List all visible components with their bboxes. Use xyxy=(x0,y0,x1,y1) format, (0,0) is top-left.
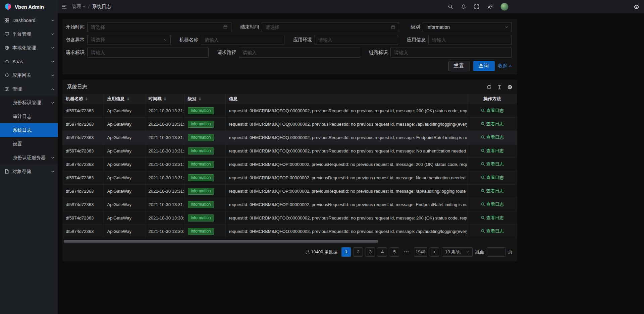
page-button-1[interactable]: 1 xyxy=(341,247,351,257)
collapse-link[interactable]: 收起 xyxy=(498,63,512,69)
view-log-link[interactable]: 查看日志 xyxy=(481,121,504,127)
sidebar: Vben Admin Dashboard 平台管理 本地化管理 Saas xyxy=(0,0,58,314)
reset-button[interactable]: 重置 xyxy=(448,61,470,71)
field-label: 请求路径 xyxy=(214,50,236,56)
sidebar-item-saas[interactable]: Saas xyxy=(0,55,58,68)
level-tag: Information xyxy=(188,174,214,181)
level-select[interactable]: Information xyxy=(423,22,512,32)
chevron-down-icon xyxy=(51,170,54,173)
trace-id-input[interactable] xyxy=(394,50,508,55)
app-info-box[interactable] xyxy=(428,35,512,45)
column-settings-icon[interactable] xyxy=(507,84,513,90)
cell-machine: df5974d72363 xyxy=(62,104,104,117)
cell-machine: df5974d72363 xyxy=(62,144,104,158)
machine-name-input[interactable] xyxy=(205,37,281,43)
column-header-timestamp[interactable]: 时间戳 xyxy=(145,94,184,104)
cell-app: ApiGateWay xyxy=(104,225,145,238)
app-env-box[interactable] xyxy=(315,35,398,45)
sidebar-item-audit-logs[interactable]: 审计日志 xyxy=(0,110,58,123)
field-label: 包含异常 xyxy=(62,37,85,43)
has-exception-select[interactable]: 请选择 xyxy=(87,35,171,45)
pagination-ellipsis[interactable]: ••• xyxy=(402,247,411,257)
search-button[interactable]: 查询 xyxy=(473,61,495,71)
bell-icon[interactable] xyxy=(461,4,466,9)
end-time-picker[interactable] xyxy=(262,22,399,32)
topbar: 管理 / 系统日志 xyxy=(58,0,644,13)
page-button-2[interactable]: 2 xyxy=(354,247,363,257)
log-message: requestId: 0HMCRBM8JQFOP:00000002, previ… xyxy=(229,189,467,194)
sidebar-item-dashboard[interactable]: Dashboard xyxy=(0,13,58,27)
page-button-last[interactable]: 1940 xyxy=(414,247,427,257)
column-header-level[interactable]: 级别 xyxy=(184,94,225,104)
log-table-panel: 系统日志 机器名称 应用信息 xyxy=(62,80,517,261)
column-height-icon[interactable] xyxy=(497,84,502,90)
field-label: 应用环境 xyxy=(290,37,312,43)
request-id-input[interactable] xyxy=(91,50,205,55)
cell-timestamp: 2021-10-30 13:31:38 xyxy=(145,117,184,131)
page-button-4[interactable]: 4 xyxy=(378,247,387,257)
settings-gear-icon[interactable] xyxy=(634,4,639,10)
page-size-select[interactable]: 10 条/页 xyxy=(442,247,473,257)
app-logo[interactable]: Vben Admin xyxy=(0,0,58,13)
calendar-icon xyxy=(223,25,228,29)
view-log-link[interactable]: 查看日志 xyxy=(481,134,504,140)
sidebar-item-platform[interactable]: 平台管理 xyxy=(0,27,58,41)
page-button-5[interactable]: 5 xyxy=(390,247,399,257)
chevron-down-icon xyxy=(51,156,54,160)
view-log-link[interactable]: 查看日志 xyxy=(481,188,504,194)
log-message: requestId: 0HMCRBM8JQFOQ:00000002, previ… xyxy=(229,135,467,140)
fullscreen-icon[interactable] xyxy=(474,4,479,9)
log-message: requestId: 0HMCRBM8JQFOQ:00000002, previ… xyxy=(229,122,467,127)
next-page-button[interactable] xyxy=(430,247,439,257)
jump-page-input[interactable] xyxy=(487,247,505,257)
view-log-link[interactable]: 查看日志 xyxy=(481,108,504,114)
view-log-link[interactable]: 查看日志 xyxy=(481,175,504,181)
view-log-link[interactable]: 查看日志 xyxy=(481,228,504,234)
view-log-link[interactable]: 查看日志 xyxy=(481,148,504,154)
sidebar-item-settings[interactable]: 设置 xyxy=(0,137,58,151)
level-tag: Information xyxy=(188,134,214,141)
sort-icons[interactable] xyxy=(164,97,166,101)
trace-id-box[interactable] xyxy=(390,48,512,58)
view-log-link[interactable]: 查看日志 xyxy=(481,215,504,221)
scrollbar-thumb[interactable] xyxy=(64,240,378,243)
sort-icons[interactable] xyxy=(199,97,201,101)
sidebar-item-identity-management[interactable]: 身份标识管理 xyxy=(0,96,58,110)
column-header-app[interactable]: 应用信息 xyxy=(104,94,145,104)
machine-name-box[interactable] xyxy=(201,35,284,45)
filter-field-request-id: 请求标识 xyxy=(62,48,214,58)
cell-machine: df5974d72363 xyxy=(62,171,104,184)
request-id-box[interactable] xyxy=(87,48,209,58)
menu-fold-icon[interactable] xyxy=(62,4,67,9)
cell-app: ApiGateWay xyxy=(104,198,145,211)
request-path-input[interactable] xyxy=(243,50,357,55)
request-path-box[interactable] xyxy=(239,48,360,58)
start-time-input[interactable] xyxy=(91,24,221,30)
column-header-machine[interactable]: 机器名称 xyxy=(62,94,104,104)
jump-suffix: 页 xyxy=(508,249,513,255)
page-button-3[interactable]: 3 xyxy=(366,247,375,257)
end-time-input[interactable] xyxy=(265,24,389,30)
sidebar-item-identity-server[interactable]: 身份认证服务器 xyxy=(0,151,58,165)
translate-icon[interactable] xyxy=(487,4,493,10)
sidebar-item-management[interactable]: 管理 xyxy=(0,82,58,96)
sidebar-item-localization[interactable]: 本地化管理 xyxy=(0,41,58,55)
app-info-input[interactable] xyxy=(432,37,508,43)
chevron-down-icon xyxy=(505,25,508,29)
app-env-input[interactable] xyxy=(318,37,394,43)
sidebar-item-object-storage[interactable]: 对象存储 xyxy=(0,165,58,178)
sidebar-item-system-logs[interactable]: 系统日志 xyxy=(0,123,58,137)
refresh-icon[interactable] xyxy=(486,84,492,90)
cell-timestamp: 2021-10-30 13:31:36 xyxy=(145,158,184,171)
view-log-link[interactable]: 查看日志 xyxy=(481,201,504,207)
view-log-link[interactable]: 查看日志 xyxy=(481,161,504,167)
sort-icons[interactable] xyxy=(127,97,129,101)
user-avatar[interactable] xyxy=(500,3,508,11)
pagination: 共 19400 条数据 1 2 3 4 5 ••• 1940 10 条/页 跳至 xyxy=(62,243,517,259)
search-icon[interactable] xyxy=(448,4,453,9)
breadcrumb-parent[interactable]: 管理 xyxy=(72,4,86,10)
start-time-picker[interactable] xyxy=(87,22,231,32)
dashboard-icon xyxy=(4,18,9,23)
sidebar-item-gateway[interactable]: 应用网关 xyxy=(0,68,58,82)
sort-icons[interactable] xyxy=(86,97,88,101)
